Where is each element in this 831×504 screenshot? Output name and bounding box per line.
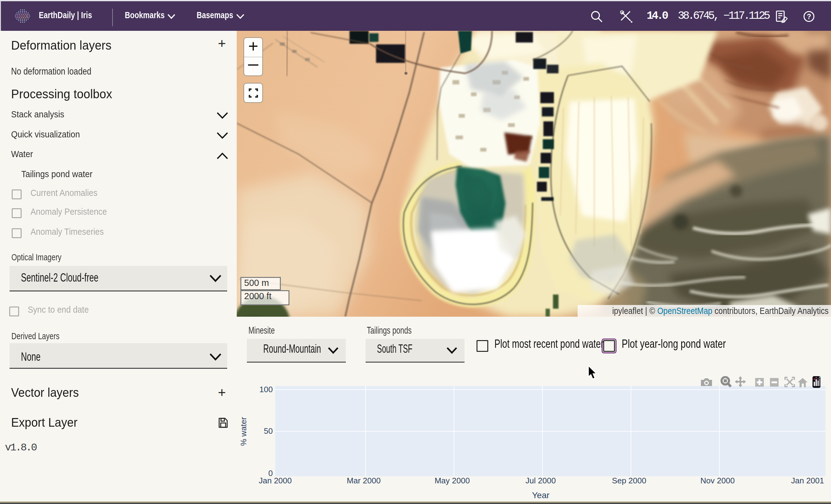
svg-text:?: ? [807,12,811,21]
